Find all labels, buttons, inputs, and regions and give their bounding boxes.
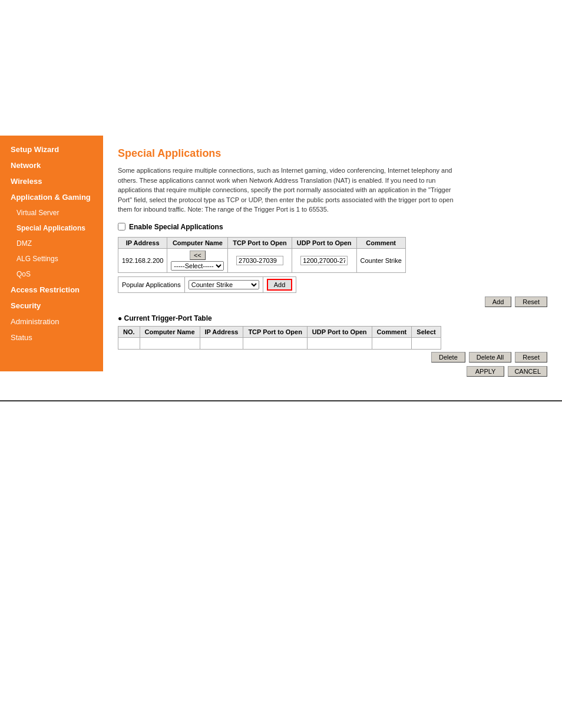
cell-computer-name: << -----Select------ [167,248,228,272]
enable-label: Enable Special Applications [129,223,223,231]
trigger-col-select: Select [412,326,441,337]
sidebar-item-wireless[interactable]: Wireless [0,173,103,189]
col-comment: Comment [356,237,405,248]
sidebar-item-status[interactable]: Status [0,330,103,345]
col-udp-port: UDP Port to Open [292,237,356,248]
col-tcp-port: TCP Port to Open [228,237,292,248]
sidebar: Setup Wizard Network Wireless Applicatio… [0,136,103,371]
sidebar-item-security[interactable]: Security [0,298,103,314]
trigger-empty-select [412,337,441,349]
page-divider [0,400,562,401]
table-row: 192.168.2.200 << -----Select------ [118,248,406,272]
col-computer-name: Computer Name [167,237,228,248]
cell-udp-port [292,248,356,272]
col-ip-address: IP Address [118,237,167,248]
page-wrapper: Setup Wizard Network Wireless Applicatio… [0,0,562,728]
trigger-empty-ip [200,337,243,349]
add-button[interactable]: Add [485,297,512,307]
popular-apps-row: Popular Applications Counter Strike FTP … [118,276,296,292]
add-inline-button[interactable]: Add [267,279,293,291]
enable-row: Enable Special Applications [118,223,547,231]
cell-tcp-port [228,248,292,272]
sidebar-item-setup-wizard[interactable]: Setup Wizard [0,141,103,157]
cell-ip: 192.168.2.200 [118,248,167,272]
sidebar-item-network[interactable]: Network [0,157,103,173]
delete-all-button[interactable]: Delete All [469,352,511,363]
content-area: Special Applications Some applications r… [103,136,562,388]
udp-port-input[interactable] [300,256,348,265]
arrow-button[interactable]: << [190,251,206,260]
tcp-port-input[interactable] [236,256,283,265]
trigger-empty-row [118,337,441,349]
cancel-button[interactable]: CANCEL [508,366,547,377]
trigger-col-comment: Comment [372,326,412,337]
reset-button[interactable]: Reset [515,297,547,307]
sidebar-item-access-restriction[interactable]: Access Restriction [0,282,103,298]
computer-name-select[interactable]: -----Select------ [171,261,224,271]
trigger-col-no: NO. [118,326,140,337]
delete-button[interactable]: Delete [431,352,465,363]
sidebar-item-app-gaming[interactable]: Application & Gaming [0,189,103,205]
enable-checkbox[interactable] [118,223,125,230]
trigger-empty-comment [372,337,412,349]
sidebar-item-virtual-server[interactable]: Virtual Server [0,205,103,220]
trigger-col-tcp: TCP Port to Open [243,326,307,337]
page-title: Special Applications [118,147,547,160]
delete-row: Delete Delete All Reset [118,352,547,363]
apply-row: APPLY CANCEL [118,366,547,377]
trigger-empty-udp [307,337,372,349]
page-description: Some applications require multiple conne… [118,166,459,215]
sidebar-item-dmz[interactable]: DMZ [0,236,103,251]
trigger-col-ip: IP Address [200,326,243,337]
sidebar-item-special-applications[interactable]: Special Applications [0,220,103,236]
trigger-col-computer-name: Computer Name [140,326,200,337]
cell-comment: Counter Strike [356,248,405,272]
config-table: IP Address Computer Name TCP Port to Ope… [118,237,406,273]
main-layout: Setup Wizard Network Wireless Applicatio… [0,136,562,388]
add-button-cell: Add [263,276,296,292]
sidebar-item-alg-settings[interactable]: ALG Settings [0,251,103,266]
trigger-col-udp: UDP Port to Open [307,326,372,337]
trigger-empty-no [118,337,140,349]
apply-button[interactable]: APPLY [467,366,505,377]
trigger-empty-tcp [243,337,307,349]
trigger-section-title: ● Current Trigger-Port Table [118,314,547,322]
popular-apps-select-cell: Counter Strike FTP Telnet SMTP DNS [184,276,263,292]
reset2-button[interactable]: Reset [515,352,547,363]
trigger-empty-computer [140,337,200,349]
trigger-table: NO. Computer Name IP Address TCP Port to… [118,326,441,350]
add-reset-row: Add Reset [118,297,547,307]
sidebar-item-administration[interactable]: Administration [0,314,103,330]
sidebar-item-qos[interactable]: QoS [0,266,103,282]
popular-apps-select[interactable]: Counter Strike FTP Telnet SMTP DNS [189,280,259,289]
popular-apps-label-cell: Popular Applications [118,276,185,292]
popular-apps-table: Popular Applications Counter Strike FTP … [118,276,296,293]
